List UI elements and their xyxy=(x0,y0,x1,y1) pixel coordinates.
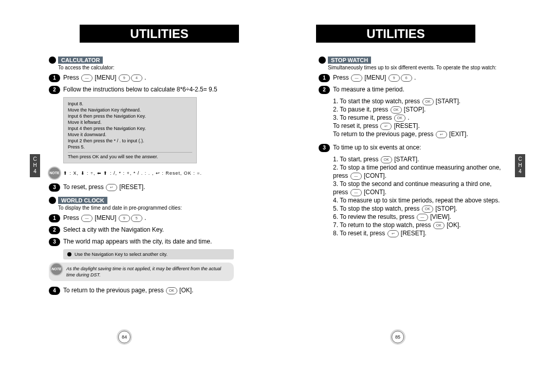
step-text: To measure a time period. xyxy=(333,85,404,94)
softkey-icon: — xyxy=(81,215,92,222)
step-number: 3 xyxy=(49,238,60,246)
note-icon: NOTE xyxy=(51,264,62,275)
section-stop-watch: STOP WATCH xyxy=(319,57,504,64)
step-text: Press — [MENU] 94 . xyxy=(63,73,146,82)
key-icon: OK xyxy=(394,115,405,122)
step-number: 1 xyxy=(319,74,330,82)
key-icon: ↩ xyxy=(436,131,447,138)
note-icon: NOTE xyxy=(49,167,60,179)
list-item: To return to the previous page, press ↩ … xyxy=(333,130,504,138)
right-content: STOP WATCH Simultaneously times up to si… xyxy=(319,51,504,237)
page-title: UTILITIES xyxy=(316,25,475,43)
sw-step-2: 2 To measure a time period. xyxy=(319,85,504,94)
step-number: 2 xyxy=(49,86,60,94)
example-line: Input 6 then press the Navigation Key. xyxy=(68,113,192,119)
chapter-tab: C H 4 xyxy=(30,154,40,177)
section-calculator: CALCULATOR xyxy=(49,57,234,64)
bullet-icon xyxy=(67,252,71,256)
wc-dst-note: NOTE As the daylight saving time is not … xyxy=(49,263,234,281)
wc-tip: Use the Navigation Key to select another… xyxy=(63,249,234,259)
step-text: To time up to six events at once: xyxy=(333,143,421,152)
calc-ops-note: NOTE ⬆ : X, ⬇ : ÷, ⬅ ⬆ : /, * : +, * / .… xyxy=(49,167,234,179)
list-item: 1. To start, press OK [START]. xyxy=(333,155,504,163)
calc-step-1: 1 Press — [MENU] 94 . xyxy=(49,73,234,82)
key-icon: — xyxy=(350,189,362,196)
left-content: CALCULATOR To access the calculator: 1 P… xyxy=(49,51,234,298)
step-number: 2 xyxy=(49,226,60,234)
step-number: 3 xyxy=(49,183,60,192)
key-9-icon: 9 xyxy=(119,215,130,222)
key-icon: ↩ xyxy=(387,230,399,237)
bullet-icon xyxy=(319,57,326,64)
key-icon: — xyxy=(350,173,362,180)
key-icon: OK xyxy=(422,206,433,213)
key-icon: — xyxy=(417,214,428,221)
step-number: 2 xyxy=(319,86,330,94)
calc-example-box: Input 8. Move the Navigation Key rightwa… xyxy=(63,97,197,163)
list-item: 8. To reset it, press ↩ [RESET]. xyxy=(333,229,504,237)
softkey-icon: — xyxy=(351,74,362,82)
key-9-icon: 9 xyxy=(388,74,400,82)
key-9-icon: 9 xyxy=(119,74,130,82)
page-number: 85 xyxy=(392,331,404,343)
bullet-icon xyxy=(49,197,56,204)
bullet-icon xyxy=(49,57,56,64)
list-item: 6. To review the results, press — [VIEW]… xyxy=(333,213,504,221)
step-text: The world map appears with the city, its… xyxy=(63,237,212,246)
list-item: To reset it, press ↩ [RESET]. xyxy=(333,122,504,130)
list-item: 4. To measure up to six time periods, re… xyxy=(333,196,504,204)
page-left: UTILITIES C H 4 CALCULATOR To access the… xyxy=(0,0,278,392)
key-5-icon: 5 xyxy=(131,215,142,222)
step-text: Press — [MENU] 96 . xyxy=(333,73,416,82)
wc-intro: To display the time and date in pre-prog… xyxy=(58,205,234,211)
key-icon: OK xyxy=(422,98,434,105)
step-text: To reset, press ↩ [RESET]. xyxy=(63,183,145,192)
step-number: 3 xyxy=(319,144,330,152)
wc-step-1: 1 Press — [MENU] 95 . xyxy=(49,214,234,222)
sw-intro: Simultaneously times up to six different… xyxy=(328,65,504,70)
step-number: 1 xyxy=(49,74,60,82)
calc-step-3: 3 To reset, press ↩ [RESET]. xyxy=(49,183,234,192)
sw-step-3-list: 1. To start, press OK [START].2. To stop… xyxy=(333,155,504,237)
example-line: Move it leftward. xyxy=(68,119,192,125)
ops-text: ⬆ : X, ⬇ : ÷, ⬅ ⬆ : /, * : +, * / . : . … xyxy=(63,167,202,179)
section-world-clock: WORLD CLOCK xyxy=(49,197,234,204)
back-key-icon: ↩ xyxy=(106,184,117,191)
key-4-icon: 4 xyxy=(131,74,142,82)
page-right: UTILITIES C H 4 STOP WATCH Simultaneousl… xyxy=(278,0,555,392)
sw-step-3: 3 To time up to six events at once: xyxy=(319,143,504,152)
wc-step-2: 2 Select a city with the Navigation Key. xyxy=(49,226,234,234)
list-item: 3. To resume it, press OK . xyxy=(333,114,504,122)
example-line: Input 4 then press the Navigation Key. xyxy=(68,125,192,132)
example-result: Then press OK and you will see the answe… xyxy=(68,152,192,160)
softkey-icon: — xyxy=(81,74,92,82)
example-line: Move the Navigation Key rightward. xyxy=(68,107,192,113)
list-item: 2. To stop a time period and continue me… xyxy=(333,163,504,180)
calc-step-2: 2 Follow the instructions below to calcu… xyxy=(49,85,234,94)
key-icon: OK xyxy=(381,156,392,163)
step-text: Press — [MENU] 95 . xyxy=(63,214,146,222)
step-number: 4 xyxy=(49,287,60,295)
example-line: Input 2 then press the * / . to input (.… xyxy=(68,138,192,144)
tip-text: Use the Navigation Key to select another… xyxy=(75,251,168,257)
list-item: 3. To stop the second and continue measu… xyxy=(333,180,504,196)
wc-step-3: 3 The world map appears with the city, i… xyxy=(49,237,234,246)
list-item: 5. To stop the stop watch, press OK [STO… xyxy=(333,204,504,213)
key-icon: ↩ xyxy=(380,123,392,130)
section-title: WORLD CLOCK xyxy=(58,197,107,204)
sw-step-1: 1 Press — [MENU] 96 . xyxy=(319,73,504,82)
list-item: 7. To return to the stop watch, press OK… xyxy=(333,221,504,229)
example-line: Input 8. xyxy=(68,101,192,107)
step-text: Follow the instructions below to calcula… xyxy=(63,85,217,94)
dst-text: As the daylight saving time is not appli… xyxy=(66,266,221,277)
wc-step-4: 4 To return to the previous page, press … xyxy=(49,286,234,295)
key-icon: OK xyxy=(391,106,402,114)
list-item: 1. To start the stop watch, press OK [ST… xyxy=(333,97,504,105)
example-line: Press 5. xyxy=(68,144,192,150)
calc-intro: To access the calculator: xyxy=(58,65,234,70)
list-item: 2. To pause it, press OK [STOP]. xyxy=(333,105,504,114)
key-icon: OK xyxy=(433,222,445,229)
example-line: Move it downward. xyxy=(68,132,192,138)
section-title: CALCULATOR xyxy=(58,57,103,64)
step-text: To return to the previous page, press OK… xyxy=(63,286,193,295)
